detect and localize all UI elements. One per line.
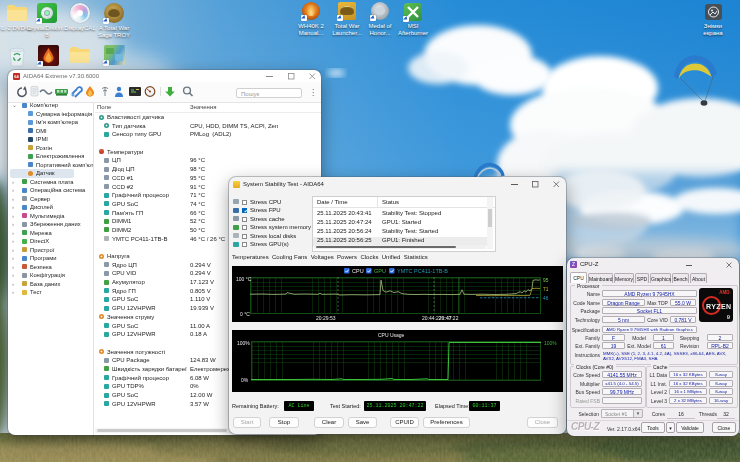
svg-text:GPU: GPU: [374, 268, 386, 274]
svg-text:100%: 100%: [237, 340, 250, 346]
svg-text:0 °C: 0 °C: [240, 311, 250, 317]
svg-text:CPU Usage: CPU Usage: [378, 332, 405, 338]
svg-text:0%: 0%: [241, 377, 249, 383]
svg-text:95: 95: [543, 278, 549, 283]
svg-text:100 °C: 100 °C: [236, 276, 252, 282]
svg-text:20:44:220:47:22: 20:44:220:47:22: [422, 315, 459, 321]
svg-text:CPU: CPU: [352, 268, 364, 274]
svg-text:46: 46: [543, 296, 549, 301]
svg-text:100%: 100%: [544, 340, 557, 346]
svg-text:20:29:53: 20:29:53: [316, 315, 336, 321]
svg-text:YMTC PC411-1TB-B: YMTC PC411-1TB-B: [397, 268, 448, 274]
svg-text:71: 71: [543, 287, 549, 292]
